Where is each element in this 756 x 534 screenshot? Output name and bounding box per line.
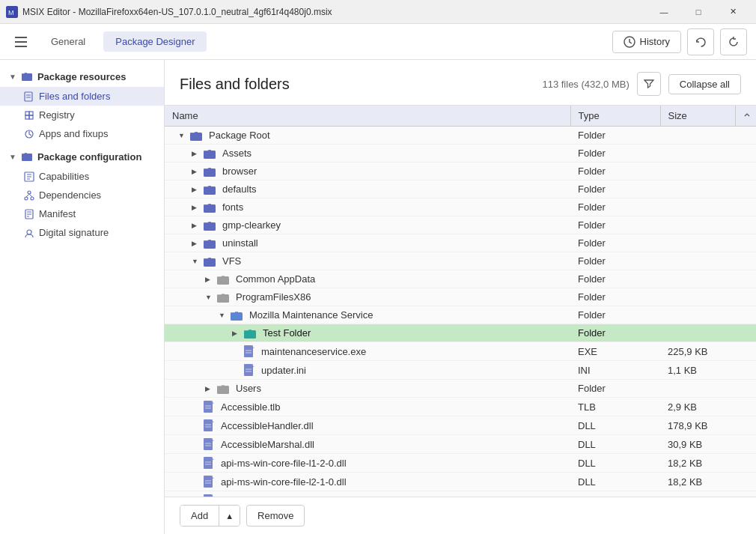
cell-name[interactable]: AccessibleMarshal.dll [165, 435, 570, 454]
cell-name[interactable]: ▼ Package Root [165, 127, 570, 145]
main-layout: ▼ Package resources Files and folders [0, 60, 756, 534]
cell-name[interactable]: ▶ Test Folder [165, 324, 570, 342]
cell-name[interactable]: ▶ uninstall [165, 234, 570, 252]
cell-name[interactable]: ▶ gmp-clearkey [165, 216, 570, 234]
titlebar: M MSIX Editor - MozillaFirefoxx64en-US_1… [0, 0, 756, 24]
cell-name[interactable]: ▶ Common AppData [165, 270, 570, 288]
cell-size [660, 145, 735, 163]
maximize-button[interactable]: □ [681, 0, 716, 24]
table-row[interactable]: ▶ uninstall Folder [165, 234, 756, 252]
folder-gray-icon [217, 383, 229, 394]
sidebar-item-capabilities[interactable]: Capabilities [0, 167, 164, 186]
cell-name[interactable]: api-ms-win-core-file-l2-1-0.dll [165, 473, 570, 491]
table-row[interactable]: ▶ gmp-clearkey Folder [165, 216, 756, 234]
cell-name[interactable]: ▶ Assets [165, 145, 570, 163]
file-name: fonts [222, 201, 243, 213]
cell-name[interactable]: ▼ Mozilla Maintenance Service [165, 306, 570, 324]
table-row[interactable]: api-ms-win-core-file-l2-1-0.dll DLL 18,2… [165, 473, 756, 491]
capabilities-icon [24, 172, 34, 182]
tab-package-designer[interactable]: Package Designer [103, 31, 207, 52]
table-row[interactable]: AccessibleHandler.dll DLL 178,9 KB [165, 416, 756, 435]
sidebar-item-dependencies[interactable]: Dependencies [0, 186, 164, 204]
folder-gray-icon [217, 292, 229, 303]
minimize-button[interactable]: — [647, 0, 681, 24]
folder-icon [204, 202, 216, 213]
svg-rect-12 [25, 115, 29, 119]
cell-name[interactable]: AccessibleHandler.dll [165, 416, 570, 435]
refresh-button[interactable] [720, 28, 747, 55]
file-name: Accessible.tlb [221, 401, 280, 413]
remove-button[interactable]: Remove [246, 505, 305, 527]
add-arrow-button[interactable]: ▲ [219, 506, 240, 526]
undo-button[interactable] [687, 28, 714, 55]
sidebar-item-registry[interactable]: Registry [0, 106, 164, 124]
sidebar-item-digital-signature[interactable]: Digital signature [0, 223, 164, 242]
folder-teal-icon [244, 328, 256, 339]
close-button[interactable]: ✕ [716, 0, 750, 24]
cell-size: 2,9 KB [660, 398, 735, 416]
table-row[interactable]: ▶ defaults Folder [165, 180, 756, 198]
table-row[interactable]: ▶ Users Folder [165, 380, 756, 398]
sidebar-section-config-header[interactable]: ▼ Package configuration [0, 146, 164, 167]
sidebar-item-manifest[interactable]: Manifest [0, 204, 164, 223]
cell-name[interactable]: api-ms-win-core-file-l1-2-0.dll [165, 454, 570, 473]
table-row[interactable]: updater.ini INI 1,1 KB [165, 361, 756, 380]
sidebar-section-resources-header[interactable]: ▼ Package resources [0, 66, 164, 87]
sidebar-item-apps[interactable]: Apps and fixups [0, 124, 164, 143]
filter-icon [644, 79, 654, 89]
table-row[interactable]: Accessible.tlb TLB 2,9 KB [165, 398, 756, 416]
cell-name[interactable]: ▶ fonts [165, 198, 570, 216]
cell-name[interactable]: maintenanceservice.exe [165, 342, 570, 361]
table-row[interactable]: ▶ Common AppData Folder [165, 270, 756, 288]
sidebar-item-files[interactable]: Files and folders [0, 87, 164, 106]
cell-name[interactable]: api-ms-win-core-localization-l1-2-0.dll [165, 491, 570, 497]
collapse-all-button[interactable]: Collapse all [668, 74, 741, 94]
cell-action [735, 127, 756, 145]
file-name: ProgramFilesX86 [236, 291, 311, 303]
file-name: VFS [222, 255, 241, 267]
table-row[interactable]: ▶ Assets Folder [165, 145, 756, 163]
cell-name[interactable]: ▼ VFS [165, 252, 570, 270]
cell-type: DLL [570, 416, 660, 435]
signature-icon [24, 228, 34, 238]
filter-button[interactable] [637, 72, 661, 96]
cell-name[interactable]: ▼ ProgramFilesX86 [165, 288, 570, 306]
table-row[interactable]: ▼ VFS Folder [165, 252, 756, 270]
undo-icon [695, 36, 707, 48]
cell-type: EXE [570, 342, 660, 361]
table-row[interactable]: ▶ browser Folder [165, 163, 756, 180]
cell-type: DLL [570, 473, 660, 491]
cell-action [735, 198, 756, 216]
tab-general[interactable]: General [39, 31, 97, 52]
history-button[interactable]: History [612, 31, 681, 53]
table-row[interactable]: ▶ fonts Folder [165, 198, 756, 216]
table-row[interactable]: ▶ Test Folder Folder [165, 324, 756, 342]
cell-name[interactable]: ▶ Users [165, 380, 570, 398]
cell-type: Folder [570, 380, 660, 398]
svg-rect-4 [15, 46, 27, 47]
table-row[interactable]: api-ms-win-core-file-l1-2-0.dll DLL 18,2… [165, 454, 756, 473]
table-row[interactable]: ▼ ProgramFilesX86 Folder [165, 288, 756, 306]
manifest-icon [24, 209, 34, 219]
history-icon [624, 36, 635, 48]
table-header: Name Type Size [165, 106, 756, 127]
file-name: updater.ini [261, 365, 306, 376]
menu-button[interactable] [9, 30, 33, 54]
cell-name[interactable]: Accessible.tlb [165, 398, 570, 416]
table-row[interactable]: AccessibleMarshal.dll DLL 30,9 KB [165, 435, 756, 454]
file-icon [204, 438, 214, 450]
table-row[interactable]: ▼ Package Root Folder [165, 127, 756, 145]
table-row[interactable]: api-ms-win-core-localization-l1-2-0.dll … [165, 491, 756, 497]
cell-size: 20,7 KB [660, 491, 735, 497]
cell-action [735, 473, 756, 491]
cell-type: Folder [570, 145, 660, 163]
table-row[interactable]: ▼ Mozilla Maintenance Service Folder [165, 306, 756, 324]
cell-name[interactable]: ▶ defaults [165, 180, 570, 198]
folder-icon [204, 166, 216, 177]
cell-name[interactable]: updater.ini [165, 361, 570, 380]
table-row[interactable]: maintenanceservice.exe EXE 225,9 KB [165, 342, 756, 361]
cell-action [735, 380, 756, 398]
cell-size: 225,9 KB [660, 342, 735, 361]
add-button[interactable]: Add [180, 506, 219, 526]
cell-name[interactable]: ▶ browser [165, 163, 570, 180]
